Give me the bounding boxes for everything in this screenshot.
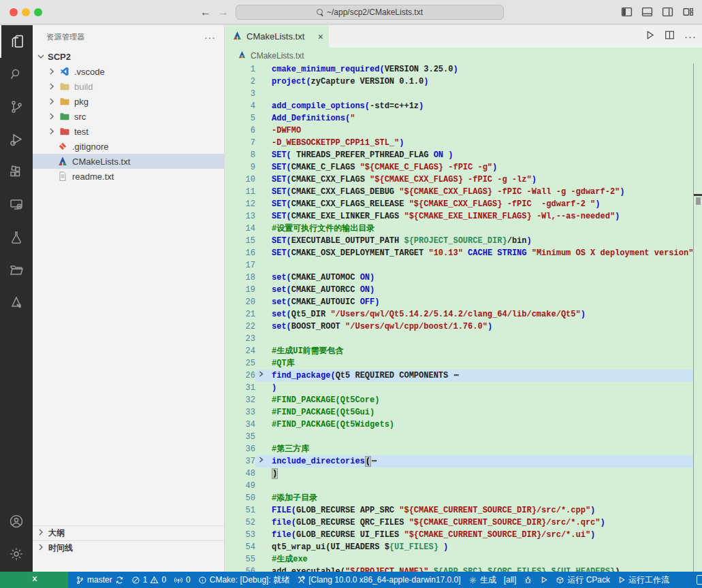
close-window-button[interactable] (10, 8, 18, 16)
tree-item--vscode[interactable]: .vscode (33, 64, 224, 79)
toggle-primary-sidebar-icon[interactable] (621, 6, 633, 18)
code-line-54[interactable]: 54qt5_wrap_ui(UI_HEADERS ${UI_FILES} ) (225, 541, 693, 553)
code-line-32[interactable]: 32#FIND_PACKAGE(Qt5Core) (225, 394, 693, 406)
code-line-19[interactable]: 19set(CMAKE_AUTORCC ON) (225, 284, 693, 296)
zoom-window-button[interactable] (34, 8, 42, 16)
toggle-secondary-sidebar-icon[interactable] (662, 6, 673, 18)
cmake-kit-status[interactable]: [Clang 10.0.0 x86_64-apple-darwin17.0.0] (297, 575, 461, 585)
more-actions-icon[interactable]: ··· (684, 31, 697, 42)
cpack-status[interactable]: 运行 CPack (556, 574, 610, 586)
customize-layout-icon[interactable] (682, 6, 694, 18)
code-line-14[interactable]: 14#设置可执行文件的输出目录 (225, 223, 693, 235)
scrollbar-thumb[interactable] (696, 197, 701, 205)
code-line-8[interactable]: 8SET( THREADS_PREFER_PTHREAD_FLAG ON ) (225, 149, 693, 161)
code-line-55[interactable]: 55#生成exe (225, 553, 693, 566)
ports-status[interactable]: 0 (174, 575, 191, 585)
line-number: 52 (225, 517, 255, 529)
code-area[interactable]: 1cmake_minimum_required(VERSION 3.25.0)2… (225, 63, 693, 572)
tree-root-scp2[interactable]: SCP2 (33, 49, 224, 64)
close-icon[interactable]: × (318, 31, 323, 42)
toggle-panel-icon[interactable] (641, 6, 653, 18)
code-line-11[interactable]: 11SET(CMAKE_CXX_FLAGS_DEBUG "${CMAKE_CXX… (225, 186, 693, 198)
search-sidebar-icon[interactable] (0, 58, 33, 91)
tree-item-test[interactable]: test (33, 124, 224, 139)
code-line-26[interactable]: 26find_package(Qt5 REQUIRED COMPONENTS ⋯ (225, 370, 693, 382)
minimize-window-button[interactable] (22, 8, 30, 16)
tree-item-src[interactable]: src (33, 109, 224, 124)
code-line-50[interactable]: 50#添加子目录 (225, 492, 693, 504)
code-line-49[interactable]: 49 (225, 480, 693, 492)
fold-chevron-icon[interactable] (255, 370, 267, 382)
code-line-3[interactable]: 3 (225, 88, 693, 100)
code-line-6[interactable]: 6-DWFMO (225, 125, 693, 137)
cmake-tools-icon[interactable] (0, 287, 33, 319)
folder-opened-icon[interactable] (0, 254, 33, 287)
code-line-17[interactable]: 17 (225, 259, 693, 272)
tree-item--gitignore[interactable]: .gitignore (33, 139, 224, 154)
code-line-24[interactable]: 24#生成UI前需要包含 (225, 345, 693, 357)
code-line-23[interactable]: 23 (225, 333, 693, 345)
cmake-debug-status[interactable] (524, 576, 532, 585)
code-line-34[interactable]: 34#FIND_PACKAGE(Qt5Widgets) (225, 419, 693, 431)
tab-cmakelists[interactable]: CMakeLists.txt × (225, 25, 329, 48)
more-actions-icon[interactable]: ··· (204, 32, 216, 43)
run-editor-icon[interactable] (645, 30, 655, 43)
code-line-7[interactable]: 7-D_WEBSOCKETPP_CPP11_STL_") (225, 137, 693, 149)
sidebar-section[interactable]: 时间线 (33, 540, 224, 555)
code-line-31[interactable]: 31) (225, 382, 693, 394)
source-control-icon[interactable] (0, 91, 33, 123)
code-line-25[interactable]: 25#QT库 (225, 357, 693, 370)
code-line-37[interactable]: 37include_directories(⋯ (225, 455, 693, 468)
code-line-9[interactable]: 9SET(CMAKE_C_FLAGS "${CMAKE_C_FLAGS} -fP… (225, 161, 693, 174)
code-line-10[interactable]: 10SET(CMAKE_CXX_FLAGS "${CMAKE_CXX_FLAGS… (225, 174, 693, 186)
extensions-icon[interactable] (0, 156, 33, 189)
sidebar-section[interactable]: 大纲 (33, 525, 224, 540)
code-line-5[interactable]: 5Add_Definitions(" (225, 112, 693, 125)
code-line-18[interactable]: 18set(CMAKE_AUTOMOC ON) (225, 272, 693, 284)
code-line-12[interactable]: 12SET(CMAKE_CXX_FLAGS_RELEASE "${CMAKE_C… (225, 198, 693, 210)
tree-item-readme-txt[interactable]: readme.txt (33, 169, 224, 184)
test-beaker-icon[interactable] (0, 221, 33, 254)
problems-status[interactable]: 10 (131, 575, 166, 585)
code-line-20[interactable]: 20set(CMAKE_AUTOUIC OFF) (225, 296, 693, 308)
code-line-53[interactable]: 53file(GLOB_RECURSE UI_FILES "${CMAKE_CU… (225, 529, 693, 541)
git-branch-status[interactable]: master (76, 575, 124, 585)
breadcrumb[interactable]: CMakeLists.txt (225, 48, 702, 63)
fold-chevron-icon[interactable] (255, 455, 267, 468)
code-line-36[interactable]: 36#第三方库 (225, 443, 693, 455)
split-editor-icon[interactable] (665, 30, 675, 43)
files-icon[interactable] (0, 25, 33, 58)
code-line-15[interactable]: 15SET(EXECUTABLE_OUTPUT_PATH ${PROJECT_S… (225, 235, 693, 247)
code-line-22[interactable]: 22set(BOOST_ROOT "/Users/qwl/cpp/boost/1… (225, 321, 693, 333)
workflow-status[interactable]: 运行工作流 (618, 574, 669, 586)
code-line-56[interactable]: 56add_executable("${PROJECT_NAME}" ${APP… (225, 566, 693, 572)
settings-gear-icon[interactable] (0, 538, 33, 570)
back-arrow-icon[interactable]: ← (199, 5, 212, 19)
code-line-1[interactable]: 1cmake_minimum_required(VERSION 3.25.0) (225, 63, 693, 76)
cmake-build-status[interactable]: 生成 (468, 574, 496, 586)
code-line-4[interactable]: 4add_compile_options(-std=c++1z) (225, 100, 693, 112)
account-icon[interactable] (0, 505, 33, 538)
tree-item-pkg[interactable]: pkg (33, 94, 224, 109)
cmake-target-status[interactable]: [all] (504, 575, 517, 585)
overview-ruler[interactable] (693, 63, 702, 572)
remote-explorer-icon[interactable] (0, 189, 33, 221)
code-line-52[interactable]: 52file(GLOB_RECURSE QRC_FILES "${CMAKE_C… (225, 517, 693, 529)
command-center[interactable]: ~/app/scp2/CMakeLists.txt (236, 5, 504, 20)
code-line-51[interactable]: 51FILE(GLOB_RECURSE APP_SRC "${CMAKE_CUR… (225, 504, 693, 517)
code-line-16[interactable]: 16SET(CMAKE_OSX_DEPLOYMENT_TARGET "10.13… (225, 247, 693, 259)
code-line-33[interactable]: 33#FIND_PACKAGE(Qt5Gui) (225, 406, 693, 419)
cmake-variant-status[interactable]: CMake: [Debug]: 就绪 (198, 574, 289, 586)
code-line-2[interactable]: 2project(zyCapture VERSION 0.1.0) (225, 76, 693, 88)
clipped-status-icon[interactable] (697, 575, 702, 585)
cmake-launch-status[interactable] (540, 576, 548, 584)
run-debug-icon[interactable] (0, 123, 33, 156)
code-line-13[interactable]: 13SET(CMAKE_EXE_LINKER_FLAGS "${CMAKE_EX… (225, 210, 693, 223)
tree-item-build[interactable]: build (33, 79, 224, 94)
tree-item-cmakelists-txt[interactable]: CMakeLists.txt (33, 154, 224, 169)
remote-indicator[interactable] (0, 572, 68, 588)
code-line-35[interactable]: 35 (225, 431, 693, 443)
forward-arrow-icon[interactable]: → (217, 5, 230, 19)
code-line-48[interactable]: 48) (225, 468, 693, 480)
code-line-21[interactable]: 21set(Qt5_DIR "/Users/qwl/Qt5.14.2/5.14.… (225, 308, 693, 321)
